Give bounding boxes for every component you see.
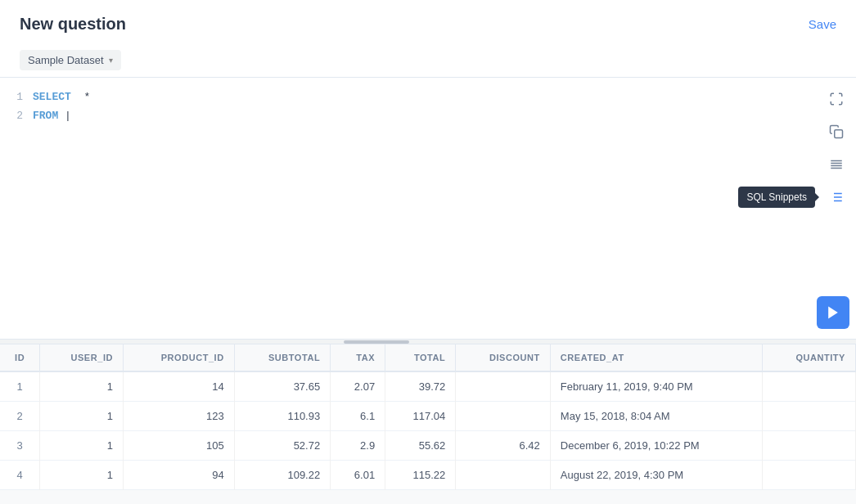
cell-created-at: December 6, 2019, 10:22 PM — [550, 431, 762, 461]
cell-user-id: 1 — [40, 431, 124, 461]
cell-product-id: 105 — [124, 431, 235, 461]
snippets-icon — [829, 190, 844, 205]
sql-snippets-button[interactable] — [823, 184, 849, 210]
svg-rect-0 — [835, 130, 843, 138]
copy-button[interactable] — [823, 119, 849, 145]
right-toolbar: SQL Snippets — [817, 78, 856, 218]
keyword-select: SELECT — [33, 88, 71, 106]
col-subtotal: SUBTOTAL — [234, 344, 330, 371]
cell-subtotal: 109.22 — [234, 461, 330, 490]
cell-discount — [456, 371, 551, 402]
col-total: TOTAL — [385, 344, 456, 371]
cell-discount — [456, 461, 551, 490]
col-id: ID — [0, 344, 40, 371]
cell-id: 1 — [0, 371, 40, 402]
line-numbers: 1 2 — [0, 88, 33, 313]
cell-total: 117.04 — [385, 402, 456, 431]
cell-quantity — [763, 402, 856, 431]
cell-tax: 2.9 — [331, 431, 385, 461]
sql-snippets-wrapper: SQL Snippets — [823, 184, 849, 210]
line-number: 1 — [16, 88, 23, 106]
cell-user-id: 1 — [40, 402, 124, 431]
code-line-1: SELECT * — [33, 88, 815, 106]
cell-product-id: 94 — [124, 461, 235, 490]
cell-total: 39.72 — [385, 371, 456, 402]
play-icon — [825, 304, 841, 321]
copy-icon — [829, 124, 844, 139]
expand-icon — [829, 92, 844, 106]
col-discount: DISCOUNT — [456, 344, 551, 371]
save-button[interactable]: Save — [809, 17, 836, 31]
cell-total: 115.22 — [385, 461, 456, 490]
code-line-2: FROM | — [33, 106, 815, 125]
cell-product-id: 14 — [124, 371, 235, 402]
cell-user-id: 1 — [40, 461, 124, 490]
table-row: 2 1 123 110.93 6.1 117.04 May 15, 2018, … — [0, 402, 856, 431]
chevron-down-icon: ▾ — [109, 56, 113, 65]
col-created-at: CREATED_AT — [550, 344, 762, 371]
col-user-id: USER_ID — [40, 344, 124, 371]
cell-tax: 6.1 — [331, 402, 385, 431]
results-table-wrapper: ID USER_ID PRODUCT_ID SUBTOTAL TAX TOTAL… — [0, 344, 856, 490]
select-star: * — [83, 88, 90, 106]
col-quantity: QUANTITY — [763, 344, 856, 371]
code-area[interactable]: SELECT * FROM | — [33, 88, 856, 313]
cell-id: 3 — [0, 431, 40, 461]
cursor: | — [65, 106, 71, 125]
dataset-selector[interactable]: Sample Dataset ▾ — [20, 50, 121, 70]
editor-container: 1 2 SELECT * FROM | — [0, 78, 856, 340]
cell-quantity — [763, 431, 856, 461]
header: New question Save — [0, 0, 856, 43]
cell-user-id: 1 — [40, 371, 124, 402]
format-icon — [829, 157, 844, 172]
cell-quantity — [763, 461, 856, 490]
format-button[interactable] — [823, 151, 849, 178]
cell-subtotal: 110.93 — [234, 402, 330, 431]
svg-marker-11 — [828, 307, 838, 319]
results-table: ID USER_ID PRODUCT_ID SUBTOTAL TAX TOTAL… — [0, 344, 856, 490]
table-header: ID USER_ID PRODUCT_ID SUBTOTAL TAX TOTAL… — [0, 344, 856, 371]
cell-created-at: February 11, 2019, 9:40 PM — [550, 371, 762, 402]
expand-button[interactable] — [823, 86, 849, 112]
line-number: 2 — [16, 106, 23, 125]
cell-total: 55.62 — [385, 431, 456, 461]
dataset-label: Sample Dataset — [28, 54, 104, 66]
run-button[interactable] — [817, 296, 849, 329]
page-title: New question — [20, 15, 126, 34]
table-body: 1 1 14 37.65 2.07 39.72 February 11, 201… — [0, 371, 856, 490]
cell-discount — [456, 402, 551, 431]
cell-created-at: May 15, 2018, 8:04 AM — [550, 402, 762, 431]
col-tax: TAX — [331, 344, 385, 371]
scroll-thumb — [344, 340, 409, 344]
cell-discount: 6.42 — [456, 431, 551, 461]
table-row: 4 1 94 109.22 6.01 115.22 August 22, 201… — [0, 461, 856, 490]
dataset-bar: Sample Dataset ▾ — [0, 43, 856, 78]
table-row: 1 1 14 37.65 2.07 39.72 February 11, 201… — [0, 371, 856, 402]
cell-created-at: August 22, 2019, 4:30 PM — [550, 461, 762, 490]
editor-inner: 1 2 SELECT * FROM | — [0, 78, 856, 323]
cell-product-id: 123 — [124, 402, 235, 431]
cell-tax: 6.01 — [331, 461, 385, 490]
cell-quantity — [763, 371, 856, 402]
table-row: 3 1 105 52.72 2.9 55.62 6.42 December 6,… — [0, 431, 856, 461]
keyword-from: FROM — [33, 106, 58, 125]
cell-subtotal: 37.65 — [234, 371, 330, 402]
cell-tax: 2.07 — [331, 371, 385, 402]
cell-id: 2 — [0, 402, 40, 431]
cell-id: 4 — [0, 461, 40, 490]
col-product-id: PRODUCT_ID — [124, 344, 235, 371]
cell-subtotal: 52.72 — [234, 431, 330, 461]
